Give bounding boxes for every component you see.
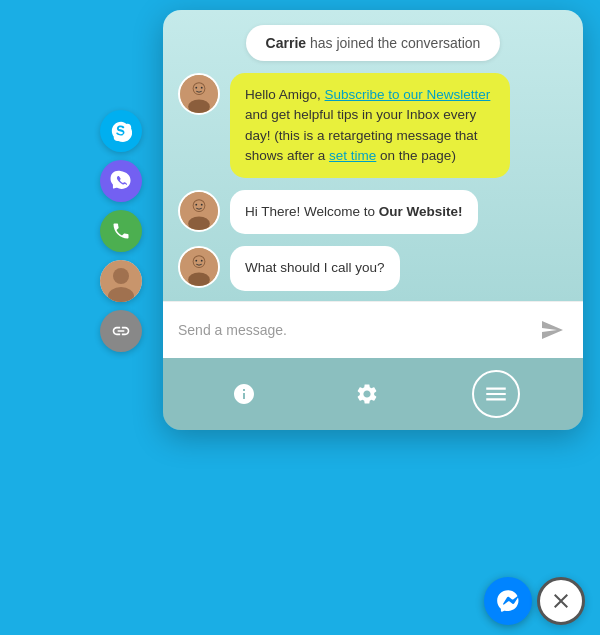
svg-point-17 bbox=[188, 273, 210, 287]
phone-icon[interactable] bbox=[100, 210, 142, 252]
skype-icon[interactable] bbox=[100, 110, 142, 152]
side-icons-panel bbox=[100, 110, 142, 352]
svg-point-7 bbox=[195, 87, 197, 89]
message-input-placeholder[interactable]: Send a message. bbox=[178, 322, 536, 338]
messenger-button[interactable] bbox=[484, 577, 532, 625]
menu-toolbar-button[interactable] bbox=[472, 370, 520, 418]
avatar-side-icon[interactable] bbox=[100, 260, 142, 302]
input-area: Send a message. bbox=[163, 301, 583, 358]
svg-point-20 bbox=[201, 260, 203, 262]
chat-area: Carrie has joined the conversation Hello… bbox=[163, 10, 583, 301]
viber-icon[interactable] bbox=[100, 160, 142, 202]
website-bold: Our Website! bbox=[379, 204, 463, 219]
subscribe-link[interactable]: Subscribe to our Newsletter bbox=[325, 87, 491, 102]
svg-point-14 bbox=[201, 204, 203, 206]
svg-point-19 bbox=[195, 260, 197, 262]
close-button[interactable] bbox=[537, 577, 585, 625]
agent-avatar-3 bbox=[178, 246, 220, 288]
message-row-2: Hi There! Welcome to Our Website! bbox=[178, 190, 568, 234]
settings-toolbar-button[interactable] bbox=[349, 376, 385, 412]
join-text: has joined the conversation bbox=[306, 35, 480, 51]
agent-avatar-2 bbox=[178, 190, 220, 232]
bottom-buttons bbox=[484, 577, 585, 625]
set-time-link[interactable]: set time bbox=[329, 148, 376, 163]
message-row-3: What should I call you? bbox=[178, 246, 568, 290]
join-name: Carrie bbox=[266, 35, 306, 51]
svg-point-11 bbox=[188, 216, 210, 230]
svg-point-1 bbox=[113, 268, 129, 284]
link-icon[interactable] bbox=[100, 310, 142, 352]
message-row-1: Hello Amigo, Subscribe to our Newsletter… bbox=[178, 73, 568, 178]
bottom-toolbar bbox=[163, 358, 583, 430]
agent-avatar-1 bbox=[178, 73, 220, 115]
send-button[interactable] bbox=[536, 314, 568, 346]
message-bubble-1: Hello Amigo, Subscribe to our Newsletter… bbox=[230, 73, 510, 178]
join-notification: Carrie has joined the conversation bbox=[246, 25, 501, 61]
svg-point-5 bbox=[188, 99, 210, 113]
svg-point-13 bbox=[195, 204, 197, 206]
chat-widget: Carrie has joined the conversation Hello… bbox=[163, 10, 583, 430]
message-bubble-3: What should I call you? bbox=[230, 246, 400, 290]
message-bubble-2: Hi There! Welcome to Our Website! bbox=[230, 190, 478, 234]
info-toolbar-button[interactable] bbox=[226, 376, 262, 412]
svg-point-8 bbox=[201, 87, 203, 89]
